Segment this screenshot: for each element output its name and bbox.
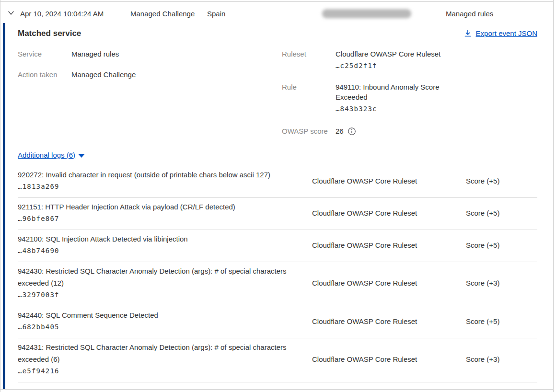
log-hash: …682bb405 — [18, 321, 312, 333]
log-description: 942430: Restricted SQL Character Anomaly… — [18, 265, 312, 289]
redacted-value — [322, 9, 411, 18]
next-row-border — [0, 389, 554, 390]
log-row: 942430: Restricted SQL Character Anomaly… — [18, 262, 537, 306]
log-ruleset: Cloudflare OWASP Core Ruleset — [312, 201, 466, 225]
log-ruleset: Cloudflare OWASP Core Ruleset — [312, 309, 466, 333]
log-hash: …48b74690 — [18, 245, 312, 257]
log-hash: …1813a269 — [18, 181, 312, 193]
caret-down-icon — [78, 154, 85, 158]
service-value: Managed rules — [71, 49, 119, 59]
event-country: Spain — [207, 10, 225, 18]
field-action-taken: Action taken Managed Challenge — [18, 69, 282, 80]
event-detail-panel: Matched service Export event JSON Servic… — [0, 23, 553, 389]
firewall-event-panel: Apr 10, 2024 10:04:24 AM Managed Challen… — [0, 0, 556, 392]
field-owasp-score: OWASP score 26 — [282, 126, 537, 136]
log-hash: …96bfe867 — [18, 213, 312, 225]
ruleset-value: Cloudflare OWASP Core Ruleset — [336, 49, 451, 59]
log-row: 921151: HTTP Header Injection Attack via… — [18, 198, 537, 230]
log-ruleset: Cloudflare OWASP Core Ruleset — [312, 233, 466, 257]
log-ruleset: Cloudflare OWASP Core Ruleset — [312, 169, 466, 193]
log-ruleset: Cloudflare OWASP Core Ruleset — [312, 265, 466, 301]
action-taken-value: Managed Challenge — [71, 69, 136, 80]
log-description: 942100: SQL Injection Attack Detected vi… — [18, 233, 312, 245]
log-row: 920272: Invalid character in request (ou… — [18, 166, 537, 198]
log-ruleset: Cloudflare OWASP Core Ruleset — [312, 341, 466, 377]
panel-title: Matched service — [18, 28, 81, 38]
rule-label: Rule — [282, 82, 336, 114]
rule-value: 949110: Inbound Anomaly Score Exceeded — [336, 82, 451, 102]
additional-logs-toggle[interactable]: Additional logs (6) — [18, 150, 85, 160]
additional-logs-table: 920272: Invalid character in request (ou… — [18, 166, 537, 382]
log-score: Score (+5) — [466, 169, 537, 193]
additional-logs-label: Additional logs (6) — [18, 151, 75, 159]
log-description: 921151: HTTP Header Injection Attack via… — [18, 201, 312, 213]
owasp-score-label: OWASP score — [282, 126, 336, 136]
log-score: Score (+3) — [466, 265, 537, 301]
log-description: 920272: Invalid character in request (ou… — [18, 169, 312, 181]
log-score: Score (+5) — [466, 201, 537, 225]
log-row: 942431: Restricted SQL Character Anomaly… — [18, 338, 537, 382]
log-description: 942431: Restricted SQL Character Anomaly… — [18, 341, 312, 365]
log-hash: …e5f94216 — [18, 365, 312, 377]
field-service: Service Managed rules — [18, 49, 282, 59]
event-summary-row[interactable]: Apr 10, 2024 10:04:24 AM Managed Challen… — [0, 1, 553, 23]
owasp-score-value: 26 — [336, 126, 344, 136]
service-label: Service — [18, 49, 71, 59]
log-row: 942440: SQL Comment Sequence Detected …6… — [18, 306, 537, 338]
info-icon[interactable] — [348, 127, 356, 136]
log-score: Score (+3) — [466, 341, 537, 377]
log-hash: …3297003f — [18, 289, 312, 301]
log-row: 942100: SQL Injection Attack Detected vi… — [18, 230, 537, 262]
log-score: Score (+5) — [466, 233, 537, 257]
event-service: Managed rules — [446, 10, 493, 18]
panel-right-border — [553, 0, 554, 392]
event-timestamp: Apr 10, 2024 10:04:24 AM — [20, 10, 104, 18]
ruleset-hash: …c25d2f1f — [336, 61, 451, 71]
log-description: 942440: SQL Comment Sequence Detected — [18, 309, 312, 321]
action-taken-label: Action taken — [18, 69, 71, 80]
ruleset-label: Ruleset — [282, 49, 336, 71]
field-ruleset: Ruleset Cloudflare OWASP Core Ruleset …c… — [282, 49, 537, 71]
field-rule: Rule 949110: Inbound Anomaly Score Excee… — [282, 82, 537, 114]
export-event-json-link[interactable]: Export event JSON — [464, 28, 537, 38]
export-link-label: Export event JSON — [476, 28, 537, 38]
event-action: Managed Challenge — [130, 10, 195, 18]
rule-hash: …843b323c — [336, 104, 451, 114]
log-score: Score (+5) — [466, 309, 537, 333]
chevron-down-icon[interactable] — [6, 9, 16, 17]
download-icon — [464, 30, 472, 37]
